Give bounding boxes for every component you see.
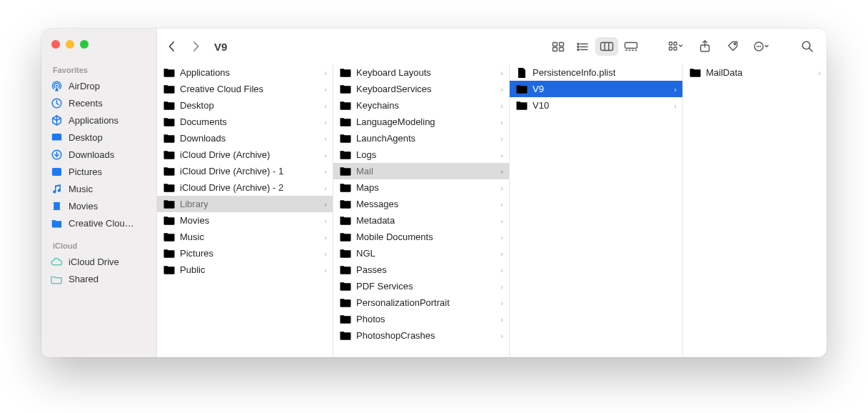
- item-label: Mail: [356, 166, 496, 176]
- svg-point-18: [577, 49, 579, 50]
- folder-icon: [339, 297, 352, 309]
- folder-item[interactable]: Passes›: [333, 262, 509, 278]
- sidebar-item[interactable]: Movies: [41, 197, 156, 214]
- folder-item[interactable]: Maps›: [333, 179, 509, 196]
- item-label: NGL: [356, 248, 496, 259]
- folder-icon: [163, 198, 176, 211]
- folder-item[interactable]: LanguageModeling›: [333, 114, 509, 130]
- folder-item[interactable]: Library›: [157, 196, 333, 212]
- file-item[interactable]: PersistenceInfo.plist: [510, 64, 682, 81]
- sidebar-item-label: Music: [69, 184, 93, 194]
- folder-item[interactable]: iCloud Drive (Archive)›: [157, 146, 333, 163]
- folder-item[interactable]: Desktop›: [157, 97, 333, 114]
- folder-icon: [163, 264, 176, 277]
- view-list-button[interactable]: [571, 37, 594, 56]
- chevron-right-icon: ›: [324, 249, 328, 258]
- folder-item[interactable]: iCloud Drive (Archive) - 1›: [157, 163, 333, 179]
- item-label: PersonalizationPortrait: [356, 297, 496, 308]
- sidebar-item[interactable]: Applications: [41, 111, 156, 129]
- chevron-right-icon: ›: [500, 200, 505, 209]
- folder-icon: [339, 280, 352, 293]
- item-label: KeyboardServices: [356, 84, 496, 94]
- folder-icon: [689, 66, 702, 79]
- sidebar-item[interactable]: AirDrop: [41, 77, 156, 94]
- item-label: Desktop: [180, 100, 320, 111]
- sidebar-item[interactable]: Creative Clou…: [41, 214, 156, 232]
- folder-item[interactable]: Mail›: [333, 163, 509, 179]
- folder-item[interactable]: Downloads›: [157, 130, 333, 146]
- tags-button[interactable]: [721, 37, 745, 56]
- svg-rect-6: [52, 168, 61, 176]
- sidebar-item[interactable]: Music: [41, 180, 156, 197]
- folder-item[interactable]: Movies›: [157, 212, 333, 229]
- back-button[interactable]: [161, 36, 181, 56]
- sidebar-item[interactable]: iCloud Drive: [41, 253, 156, 270]
- sidebar-item-label: Pictures: [69, 166, 102, 177]
- folder-item[interactable]: Documents›: [157, 114, 333, 130]
- svg-rect-13: [560, 47, 564, 51]
- folder-item[interactable]: Pictures›: [157, 245, 333, 262]
- view-columns-button[interactable]: [595, 37, 618, 56]
- folder-item[interactable]: LaunchAgents›: [333, 130, 509, 146]
- folder-item[interactable]: Metadata›: [333, 212, 509, 229]
- column-2[interactable]: Keyboard Layouts›KeyboardServices›Keycha…: [333, 64, 510, 357]
- view-icons-button[interactable]: [547, 37, 570, 56]
- folder-item[interactable]: PersonalizationPortrait›: [333, 294, 509, 311]
- folder-item[interactable]: Photos›: [333, 311, 509, 327]
- folder-item[interactable]: Keyboard Layouts›: [333, 64, 509, 81]
- folder-item[interactable]: MailData›: [683, 64, 827, 81]
- sidebar-item[interactable]: Shared: [41, 270, 156, 287]
- folder-item[interactable]: Public›: [157, 262, 333, 278]
- folder-item[interactable]: Applications›: [157, 64, 333, 81]
- column-4[interactable]: MailData›: [683, 64, 827, 357]
- minimize-button[interactable]: [66, 40, 74, 49]
- folder-icon: [339, 116, 352, 129]
- finder-window: FavoritesAirDropRecentsApplicationsDeskt…: [41, 29, 827, 357]
- sidebar-item[interactable]: Pictures: [41, 163, 156, 180]
- sidebar: FavoritesAirDropRecentsApplicationsDeskt…: [41, 29, 157, 357]
- view-gallery-button[interactable]: [620, 37, 642, 56]
- applications-icon: [50, 114, 63, 126]
- folder-item[interactable]: V10›: [510, 97, 682, 114]
- folder-item[interactable]: V9›: [510, 81, 682, 97]
- folder-item[interactable]: Creative Cloud Files›: [157, 81, 333, 97]
- window-title: V9: [214, 41, 227, 53]
- folder-item[interactable]: iCloud Drive (Archive) - 2›: [157, 179, 333, 196]
- folder-item[interactable]: Mobile Documents›: [333, 229, 509, 245]
- sidebar-item-label: Desktop: [69, 132, 103, 143]
- more-button[interactable]: [750, 37, 774, 56]
- folder-item[interactable]: Keychains›: [333, 97, 509, 114]
- folder-item[interactable]: NGL›: [333, 245, 509, 262]
- zoom-button[interactable]: [80, 40, 89, 49]
- share-button[interactable]: [692, 37, 717, 56]
- item-label: Downloads: [180, 133, 320, 144]
- folder-icon: [163, 149, 176, 161]
- sidebar-item-label: Recents: [69, 98, 103, 109]
- folder-item[interactable]: Logs›: [333, 146, 509, 163]
- forward-button[interactable]: [186, 36, 206, 56]
- chevron-right-icon: ›: [674, 101, 678, 110]
- chevron-right-icon: ›: [500, 217, 505, 225]
- folder-item[interactable]: KeyboardServices›: [333, 81, 509, 97]
- close-button[interactable]: [51, 40, 60, 49]
- folder-item[interactable]: PDF Services›: [333, 278, 509, 294]
- folder-item[interactable]: Music›: [157, 229, 333, 245]
- folder-item[interactable]: PhotoshopCrashes›: [333, 327, 509, 344]
- column-3[interactable]: PersistenceInfo.plistV9›V10›: [510, 64, 683, 357]
- sidebar-item[interactable]: Desktop: [41, 129, 156, 146]
- folder-icon: [339, 99, 352, 112]
- svg-rect-10: [553, 42, 557, 46]
- svg-rect-8: [52, 202, 54, 209]
- column-1[interactable]: Applications›Creative Cloud Files›Deskto…: [157, 64, 333, 357]
- icloud-icon: [50, 255, 63, 268]
- sidebar-item-label: Downloads: [69, 149, 114, 160]
- folder-item[interactable]: Messages›: [333, 196, 509, 212]
- search-button[interactable]: [795, 37, 819, 56]
- svg-rect-11: [560, 42, 564, 46]
- group-by-button[interactable]: [664, 37, 688, 56]
- sidebar-item[interactable]: Recents: [41, 94, 156, 111]
- item-label: Music: [180, 232, 320, 242]
- sidebar-item-label: Creative Clou…: [69, 218, 134, 229]
- sidebar-item[interactable]: Downloads: [41, 146, 156, 163]
- view-switch-group: [547, 37, 642, 56]
